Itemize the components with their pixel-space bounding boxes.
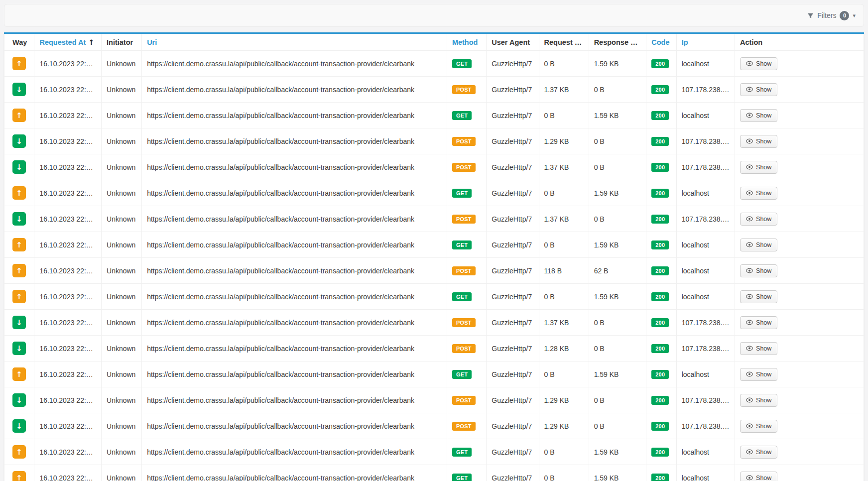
show-button-label: Show [756,112,771,119]
filters-button[interactable]: Filters 0 ▾ [807,11,856,20]
eye-icon [746,449,753,455]
show-button[interactable]: Show [740,368,777,381]
eye-icon [746,61,753,66]
action-cell: Show [735,387,864,413]
show-button[interactable]: Show [740,83,777,96]
show-button[interactable]: Show [740,446,777,459]
initiator-cell: Unknown [102,258,142,284]
response-size-cell: 1.59 KB [589,180,646,206]
way-badge: ↓ [12,316,26,329]
request-size-cell: 0 B [539,465,589,481]
show-button-label: Show [756,423,771,430]
user-agent-cell: GuzzleHttp/7 [487,310,539,336]
column-header-code[interactable]: Code [646,34,676,51]
ip-cell: 107.178.238.113 [676,128,735,154]
show-button[interactable]: Show [740,213,777,226]
column-header-label: Requested At [39,38,86,46]
table-row: ↑ 16.10.2023 22:34:10 Unknown https://cl… [4,439,864,465]
way-cell: ↑ [4,361,34,387]
action-cell: Show [735,206,864,232]
way-cell: ↓ [4,154,34,180]
requested-at-cell: 16.10.2023 22:42:58 [34,154,102,180]
column-header-uri[interactable]: Uri [142,34,447,51]
requested-at-cell: 16.10.2023 22:37:00 [34,336,102,361]
code-cell: 200 [646,413,676,439]
column-header-method[interactable]: Method [447,34,486,51]
uri-cell: https://client.demo.crassu.la/api/public… [142,258,447,284]
show-button[interactable]: Show [740,57,777,70]
filter-count-badge: 0 [840,11,849,20]
show-button[interactable]: Show [740,264,777,277]
user-agent-cell: GuzzleHttp/7 [487,51,539,77]
way-cell: ↑ [4,51,34,77]
show-button[interactable]: Show [740,342,777,355]
page: Filters 0 ▾ WayRequested At↑InitiatorUri… [0,0,868,481]
column-header-ip[interactable]: Ip [676,34,735,51]
method-cell: GET [447,103,486,128]
column-header-initiator: Initiator [102,34,142,51]
action-cell: Show [735,128,864,154]
request-size-cell: 1.37 KB [539,310,589,336]
table-row: ↓ 16.10.2023 22:42:58 Unknown https://cl… [4,154,864,180]
show-button[interactable]: Show [740,394,777,407]
ip-cell: 107.178.238.113 [676,413,735,439]
column-header-label: Action [740,38,762,46]
requested-at-cell: 16.10.2023 22:40:12 [34,258,102,284]
table-row: ↑ 16.10.2023 22:36:14 Unknown https://cl… [4,361,864,387]
eye-icon [746,320,753,325]
eye-icon [746,346,753,351]
ip-cell: 107.178.238.113 [676,336,735,361]
code-cell: 200 [646,310,676,336]
method-cell: GET [447,439,486,465]
request-size-cell: 1.29 KB [539,387,589,413]
method-cell: GET [447,51,486,77]
code-cell: 200 [646,154,676,180]
column-header-requested_at[interactable]: Requested At↑ [34,34,102,51]
code-cell: 200 [646,51,676,77]
table-row: ↓ 16.10.2023 22:34:38 Unknown https://cl… [4,413,864,439]
way-cell: ↓ [4,77,34,103]
method-badge: GET [452,474,472,481]
user-agent-cell: GuzzleHttp/7 [487,128,539,154]
ip-cell: localhost [676,103,735,128]
sort-asc-icon: ↑ [88,38,94,46]
show-button[interactable]: Show [740,420,777,433]
show-button[interactable]: Show [740,239,777,251]
code-badge: 200 [651,85,669,94]
user-agent-cell: GuzzleHttp/7 [487,180,539,206]
show-button[interactable]: Show [740,290,777,303]
code-badge: 200 [651,59,669,68]
ip-cell: localhost [676,51,735,77]
show-button[interactable]: Show [740,135,777,148]
code-badge: 200 [651,344,669,353]
method-badge: POST [452,396,476,405]
user-agent-cell: GuzzleHttp/7 [487,103,539,128]
request-size-cell: 0 B [539,103,589,128]
method-cell: POST [447,77,486,103]
way-arrow-icon: ↓ [16,396,22,405]
method-badge: GET [452,240,472,249]
ip-cell: 107.178.238.113 [676,77,735,103]
response-size-cell: 0 B [589,413,646,439]
code-badge: 200 [651,163,669,172]
method-cell: POST [447,128,486,154]
way-arrow-icon: ↑ [16,448,22,457]
method-badge: POST [452,422,476,431]
response-size-cell: 1.59 KB [589,361,646,387]
request-size-cell: 0 B [539,284,589,310]
uri-cell: https://client.demo.crassu.la/api/public… [142,284,447,310]
show-button[interactable]: Show [740,187,777,200]
response-size-cell: 0 B [589,206,646,232]
ip-cell: localhost [676,439,735,465]
action-cell: Show [735,310,864,336]
code-cell: 200 [646,103,676,128]
code-cell: 200 [646,128,676,154]
show-button[interactable]: Show [740,472,777,481]
initiator-cell: Unknown [102,387,142,413]
show-button[interactable]: Show [740,316,777,329]
method-cell: POST [447,258,486,284]
uri-cell: https://client.demo.crassu.la/api/public… [142,336,447,361]
eye-icon [746,423,753,429]
show-button[interactable]: Show [740,161,777,174]
show-button[interactable]: Show [740,109,777,122]
